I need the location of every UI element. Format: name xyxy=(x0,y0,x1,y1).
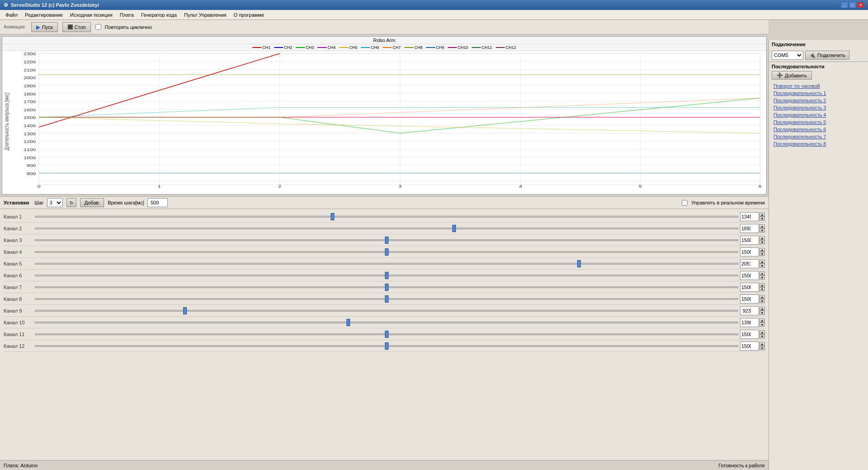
channel-label-8: Канал 8 xyxy=(4,296,33,302)
channel-slider-9[interactable] xyxy=(35,310,738,312)
refresh-button[interactable]: ↻ xyxy=(66,198,76,207)
connection-title: Подключение xyxy=(772,42,865,47)
channel-slider-8[interactable] xyxy=(35,298,738,300)
channel-spin-up-12[interactable]: ▲ xyxy=(759,342,765,346)
sequence-item-3[interactable]: Последовательность 3 xyxy=(772,104,865,111)
connect-button[interactable]: 🔌 Подключить xyxy=(805,51,849,60)
sequence-item-5[interactable]: Последовательность 5 xyxy=(772,119,865,126)
channel-num-input-3[interactable] xyxy=(740,236,759,245)
channel-slider-10[interactable] xyxy=(35,322,738,323)
channel-spin-down-2[interactable]: ▼ xyxy=(759,228,765,233)
channel-spin-up-8[interactable]: ▲ xyxy=(759,295,765,299)
channel-spin-down-1[interactable]: ▼ xyxy=(759,217,765,221)
add-seq-label: Добавить xyxy=(785,73,807,78)
play-button[interactable]: ▶ Пуск xyxy=(31,22,58,32)
channel-slider-6[interactable] xyxy=(35,275,738,276)
channel-num-input-5[interactable] xyxy=(740,259,759,268)
connect-icon: 🔌 xyxy=(809,52,816,58)
add-sequence-button[interactable]: ➕ Добавить xyxy=(772,71,812,80)
channel-row-11: Канал 11▲▼ xyxy=(4,328,765,340)
menu-board[interactable]: Плата xyxy=(116,11,138,19)
sequence-item-2[interactable]: Последовательность 2 xyxy=(772,97,865,104)
channel-slider-7[interactable] xyxy=(35,286,738,288)
time-input[interactable] xyxy=(147,198,168,207)
channel-spin-down-5[interactable]: ▼ xyxy=(759,264,765,268)
channel-row-10: Канал 10▲▼ xyxy=(4,317,765,328)
channel-num-input-12[interactable] xyxy=(740,342,759,351)
channel-spin-down-4[interactable]: ▼ xyxy=(759,252,765,256)
channel-spin-up-1[interactable]: ▲ xyxy=(759,213,765,217)
channel-slider-5[interactable] xyxy=(35,263,738,265)
sequences-section: Последовательности ➕ Добавить Поворот по… xyxy=(769,62,868,470)
channel-spin-up-4[interactable]: ▲ xyxy=(759,248,765,252)
minimize-button[interactable]: _ xyxy=(841,2,848,8)
channel-spin-down-8[interactable]: ▼ xyxy=(759,299,765,303)
play-label: Пуск xyxy=(42,24,53,30)
channel-num-input-10[interactable] xyxy=(740,318,759,327)
channel-spin-down-10[interactable]: ▼ xyxy=(759,323,765,327)
channel-slider-2[interactable] xyxy=(35,228,738,229)
channel-spin-up-6[interactable]: ▲ xyxy=(759,271,765,275)
sequence-item-8[interactable]: Последовательность 8 xyxy=(772,140,865,147)
channel-value-7: ▲▼ xyxy=(740,283,765,292)
channel-num-input-1[interactable] xyxy=(740,212,759,221)
channel-spin-up-11[interactable]: ▲ xyxy=(759,330,765,334)
channel-slider-1[interactable] xyxy=(35,216,738,218)
channel-num-input-2[interactable] xyxy=(740,224,759,233)
maximize-button[interactable]: □ xyxy=(849,2,856,8)
channel-num-input-8[interactable] xyxy=(740,294,759,304)
close-button[interactable]: × xyxy=(857,2,864,8)
channel-value-10: ▲▼ xyxy=(740,318,765,327)
channel-slider-4[interactable] xyxy=(35,251,738,253)
channel-spin-down-11[interactable]: ▼ xyxy=(759,334,765,338)
channel-spin-up-7[interactable]: ▲ xyxy=(759,283,765,287)
channel-spin-up-2[interactable]: ▲ xyxy=(759,224,765,228)
channel-num-input-6[interactable] xyxy=(740,271,759,280)
legend-item-ch7: CH7 xyxy=(383,45,401,50)
sequence-item-0[interactable]: Поворот по часовой xyxy=(772,82,865,90)
channel-slider-3[interactable] xyxy=(35,239,738,241)
repeat-checkbox-container[interactable]: Повторять циклично xyxy=(95,24,152,30)
menu-file[interactable]: Файл xyxy=(2,11,21,19)
com-port-select[interactable]: COM5 COM1 COM2 COM3 COM4 COM6 xyxy=(772,51,803,60)
channel-spin-down-9[interactable]: ▼ xyxy=(759,311,765,315)
channel-num-input-11[interactable] xyxy=(740,330,759,339)
menu-control-panel[interactable]: Пульт Управления xyxy=(180,11,230,19)
realtime-container[interactable]: Управлять в реальном времени xyxy=(682,200,765,206)
menu-code-gen[interactable]: Генератор кода xyxy=(138,11,180,19)
menu-home-position[interactable]: Исходная позиция xyxy=(66,11,116,19)
channel-spin-down-7[interactable]: ▼ xyxy=(759,287,765,291)
channel-num-input-4[interactable] xyxy=(740,247,759,256)
channel-num-input-7[interactable] xyxy=(740,283,759,292)
channel-num-input-9[interactable] xyxy=(740,306,759,315)
sequence-item-6[interactable]: Последовательность 6 xyxy=(772,126,865,133)
channel-spinner-12: ▲▼ xyxy=(759,342,765,350)
svg-text:1300: 1300 xyxy=(24,131,36,136)
channel-spin-down-12[interactable]: ▼ xyxy=(759,346,765,350)
legend-item-ch2: CH2 xyxy=(274,45,292,50)
legend-item-ch12: CH12 xyxy=(496,45,516,50)
channel-spin-up-10[interactable]: ▲ xyxy=(759,318,765,323)
menu-edit[interactable]: Редактирование xyxy=(21,11,66,19)
channel-spin-down-3[interactable]: ▼ xyxy=(759,240,765,244)
sequence-item-4[interactable]: Последовательность 4 xyxy=(772,111,865,119)
sequence-item-7[interactable]: Последовательность 7 xyxy=(772,133,865,140)
channel-spin-up-5[interactable]: ▲ xyxy=(759,260,765,264)
channel-slider-11[interactable] xyxy=(35,333,738,335)
add-step-button[interactable]: Добав. xyxy=(80,198,104,207)
channel-slider-container-8 xyxy=(35,294,738,304)
channel-spin-down-6[interactable]: ▼ xyxy=(759,275,765,280)
menu-about[interactable]: О программе xyxy=(230,11,268,19)
chart-svg-container[interactable]: 2300 2200 2100 2000 1900 1800 1700 1600 … xyxy=(2,51,766,190)
step-select[interactable]: 3 1 2 5 10 xyxy=(47,198,63,207)
channel-spin-up-3[interactable]: ▲ xyxy=(759,236,765,240)
repeat-checkbox[interactable] xyxy=(95,24,101,30)
channel-slider-12[interactable] xyxy=(35,345,738,347)
channel-slider-container-6 xyxy=(35,271,738,280)
sequence-item-1[interactable]: Последовательность 1 xyxy=(772,90,865,97)
channel-spin-up-9[interactable]: ▲ xyxy=(759,307,765,311)
realtime-checkbox[interactable] xyxy=(682,200,688,206)
stop-button[interactable]: ⬛ Стоп xyxy=(62,22,91,32)
svg-text:0: 0 xyxy=(38,184,41,188)
channel-slider-container-5 xyxy=(35,259,738,268)
